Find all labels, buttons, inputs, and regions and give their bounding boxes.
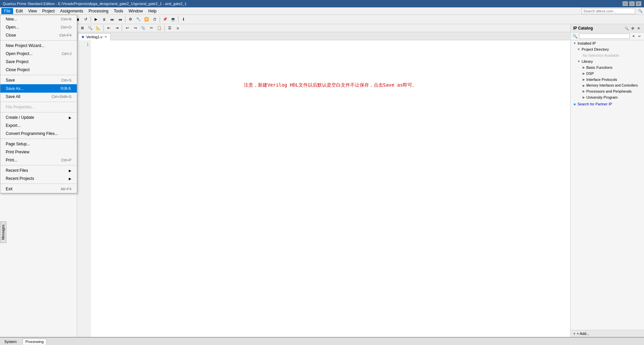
ip-basic-functions[interactable]: ▶ Basic Functions — [571, 64, 644, 70]
ip-dsp[interactable]: ▶ DSP — [571, 70, 644, 77]
menu-recent-files-label: Recent Files — [6, 168, 28, 173]
ip-library[interactable]: ▼ Library — [571, 58, 644, 64]
vertical-tab-messages[interactable]: Messages — [0, 222, 6, 243]
editor-tb-5[interactable]: ⇥ — [113, 24, 120, 32]
menu-convert[interactable]: Convert Programming Files... — [0, 130, 77, 138]
ip-basic-label: Basic Functions — [586, 65, 612, 69]
ip-partner-label: Search for Partner IP — [577, 102, 612, 106]
ip-add-label: + Add... — [577, 332, 589, 336]
ip-settings-btn[interactable]: ⚙ — [630, 26, 635, 31]
program-button[interactable]: 💻 — [169, 16, 177, 23]
menu-open-project[interactable]: Open Project... Ctrl+J — [0, 50, 77, 58]
toolbar-separator-3 — [91, 16, 91, 22]
menu-tools[interactable]: Tools — [111, 8, 126, 14]
editor-tb-10[interactable]: 📋 — [156, 24, 163, 32]
editor-sep-3 — [164, 25, 165, 31]
menu-print-preview[interactable]: Print Preview — [0, 148, 77, 156]
close-button[interactable]: ✕ — [636, 1, 641, 6]
editor-tb-9[interactable]: ✂ — [148, 24, 155, 32]
ip-installed[interactable]: ▼ Installed IP — [571, 40, 644, 46]
menu-convert-label: Convert Programming Files... — [6, 131, 58, 136]
ip-univ-label: University Program — [586, 95, 618, 99]
ip-partner[interactable]: ● Search for Partner IP — [571, 100, 644, 108]
step-button[interactable]: ⏭ — [108, 16, 116, 23]
menu-save-as[interactable]: Save As... 转换名 — [0, 84, 77, 93]
route-button[interactable]: 🔀 — [143, 16, 150, 23]
recompile-button[interactable]: ↺ — [82, 16, 89, 23]
info-button[interactable]: ℹ — [180, 16, 187, 23]
menu-recent-projects-label: Recent Projects — [6, 176, 34, 181]
editor-tb-1[interactable]: ⊞ — [78, 24, 86, 32]
editor-tb-2[interactable]: 🔍 — [87, 24, 94, 32]
menu-view[interactable]: View — [25, 8, 40, 14]
bottom-tab-system[interactable]: System — [1, 339, 20, 345]
play-button[interactable]: ▶ — [92, 16, 100, 23]
ip-project-dir[interactable]: ▼ Project Directory — [571, 46, 644, 52]
toolbar-separator-5 — [160, 16, 160, 22]
menu-save[interactable]: Save Ctrl+S — [0, 76, 77, 84]
pin-button[interactable]: 📌 — [161, 16, 169, 23]
fit-button[interactable]: 🔧 — [135, 16, 142, 23]
menu-assignments[interactable]: Assignments — [57, 8, 86, 14]
menu-edit[interactable]: Edit — [13, 8, 25, 14]
menu-exit[interactable]: Exit Alt+F4 — [0, 185, 77, 193]
tab-close-button[interactable]: ✕ — [104, 35, 107, 39]
menu-create-update[interactable]: Create / Update ▶ — [0, 113, 77, 121]
menu-export[interactable]: Export... — [0, 121, 77, 130]
bottom-tab-processing[interactable]: Processing — [22, 339, 47, 345]
editor-tb-8[interactable]: 📎 — [140, 24, 147, 32]
menu-save-project[interactable]: Save Project — [0, 58, 77, 66]
editor-tb-12[interactable]: ≡ — [174, 24, 181, 32]
menu-close-file[interactable]: Close Ctrl+F4 — [0, 31, 77, 39]
menu-page-setup[interactable]: Page Setup... — [0, 140, 77, 148]
ip-lib-arrow: ▼ — [577, 60, 580, 63]
menu-save-all[interactable]: Save All Ctrl+Shift+S — [0, 93, 77, 101]
ip-processors[interactable]: ▶ Processors and Peripherals — [571, 88, 644, 94]
editor-tb-3[interactable]: 📐 — [95, 24, 102, 32]
stepback-button[interactable]: ⏮ — [116, 16, 124, 23]
ip-memory[interactable]: ▶ Memory Interfaces and Controllers — [571, 83, 644, 88]
vertical-tabs: Messages — [0, 221, 6, 243]
menu-recent-files[interactable]: Recent Files ▶ — [0, 166, 77, 175]
ip-close-btn[interactable]: ✕ — [636, 26, 641, 31]
menu-processing[interactable]: Processing — [86, 8, 111, 14]
ip-university[interactable]: ▶ University Program — [571, 94, 644, 100]
editor-text-area[interactable]: 注意，新建Verilog HDL文件以后默认是空白文件不让保存，点击Save a… — [91, 40, 570, 337]
analysis-button[interactable]: ⚙ — [127, 16, 134, 23]
minimize-button[interactable]: — — [623, 1, 628, 6]
menu-new-project[interactable]: New Project Wizard... — [0, 42, 77, 50]
editor-notice: 注意，新建Verilog HDL文件以后默认是空白文件不让保存，点击Save a… — [93, 82, 568, 88]
editor-content[interactable]: 1 注意，新建Verilog HDL文件以后默认是空白文件不让保存，点击Save… — [77, 40, 570, 337]
ip-search-go[interactable]: ↵ — [637, 34, 642, 39]
menu-window[interactable]: Window — [126, 8, 146, 14]
menu-close-proj-label: Close Project — [6, 67, 30, 72]
ip-proj-label: Project Directory — [582, 47, 609, 51]
search-input[interactable] — [582, 8, 635, 14]
menu-exit-label: Exit — [6, 187, 12, 191]
timing-button[interactable]: ⏱ — [151, 16, 158, 23]
editor-tb-4[interactable]: ⇤ — [105, 24, 112, 32]
toolbar-separator-6 — [178, 16, 178, 22]
editor-tb-11[interactable]: ☰ — [166, 24, 173, 32]
editor-tb-7[interactable]: ↪ — [131, 24, 139, 32]
maximize-button[interactable]: □ — [629, 1, 635, 6]
ip-interface[interactable]: ▶ Interface Protocols — [571, 77, 644, 83]
pause-button[interactable]: ⏸ — [100, 16, 108, 23]
menu-open[interactable]: Open... Ctrl+O — [0, 23, 77, 31]
menu-print[interactable]: Print... Ctrl+P — [0, 156, 77, 164]
ip-search-clear[interactable]: ✕ — [631, 34, 636, 39]
sep-6 — [0, 165, 77, 165]
menu-file[interactable]: File — [1, 8, 13, 14]
menu-project[interactable]: Project — [40, 8, 57, 14]
menu-new[interactable]: New... Ctrl+N — [0, 15, 77, 23]
editor-tab-verilog[interactable]: ◆ Verilog1.v ✕ — [78, 33, 111, 40]
menu-recent-projects[interactable]: Recent Projects ▶ — [0, 175, 77, 183]
menu-close-project[interactable]: Close Project — [0, 66, 77, 74]
ip-search-btn[interactable]: 🔍 — [624, 26, 629, 31]
ip-search-input[interactable] — [579, 34, 630, 39]
menu-open-shortcut: Ctrl+O — [61, 25, 71, 29]
menu-help[interactable]: Help — [146, 8, 159, 14]
ip-add-button[interactable]: + + Add... — [571, 330, 644, 337]
editor-tb-6[interactable]: ↩ — [123, 24, 131, 32]
menu-page-setup-label: Page Setup... — [6, 142, 30, 146]
